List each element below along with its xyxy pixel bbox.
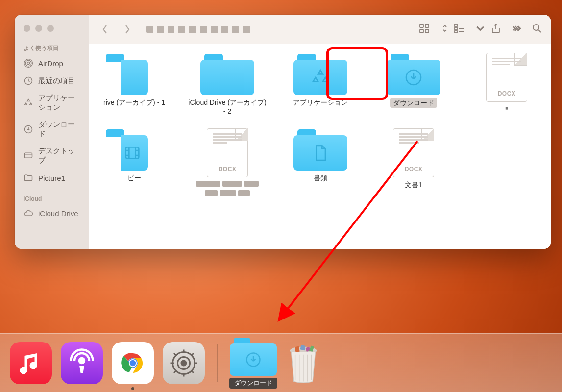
finder-window: よく使う項目 AirDrop 最近の項目 アプリケーション ダウンロード デスク… <box>15 15 551 249</box>
chrome-icon <box>118 348 147 378</box>
grid-item[interactable]: iCloud Drive (アーカイブ) - 2 <box>183 53 271 116</box>
window-title-blurred <box>146 26 254 33</box>
sidebar-item-icloud-drive[interactable]: iCloud Drive <box>15 204 89 222</box>
folder-icon <box>24 173 33 183</box>
cloud-icon <box>24 208 33 218</box>
svg-rect-12 <box>455 31 457 33</box>
grid-item[interactable]: DOCX ■ <box>463 53 551 116</box>
svg-rect-7 <box>425 24 429 27</box>
sidebar-item-desktop[interactable]: デスクトップ <box>15 143 89 169</box>
airdrop-icon <box>24 58 33 68</box>
sidebar-item-label: 最近の項目 <box>38 76 75 86</box>
svg-rect-5 <box>25 153 32 158</box>
grid-item-downloads[interactable]: ダウンロード <box>369 53 458 116</box>
forward-button[interactable] <box>120 22 135 37</box>
grid-item[interactable]: rive (アーカイブ) - 1 <box>90 53 178 116</box>
sidebar-item-label: AirDrop <box>38 59 63 68</box>
item-label: アプリケーション <box>293 98 348 107</box>
sidebar-item-label: iCloud Drive <box>38 209 78 218</box>
dock-app-settings[interactable] <box>163 342 205 384</box>
sidebar-item-label: アプリケーション <box>38 94 80 112</box>
folder-downloads-icon <box>387 53 440 95</box>
item-label: ダウンロード <box>390 98 437 108</box>
svg-point-20 <box>130 360 136 366</box>
dock-app-music[interactable] <box>10 342 52 384</box>
svg-point-17 <box>79 358 84 363</box>
view-icons-button[interactable] <box>418 23 430 36</box>
sidebar-item-label: ダウンロード <box>38 120 80 139</box>
svg-rect-15 <box>126 147 139 159</box>
svg-rect-27 <box>300 344 305 350</box>
grid-item[interactable]: ビー <box>90 128 178 198</box>
podcasts-icon <box>67 348 97 378</box>
share-button[interactable] <box>490 23 502 36</box>
dock-app-podcasts[interactable] <box>61 342 103 384</box>
svg-rect-11 <box>455 27 457 30</box>
toolbar-right-group <box>418 23 543 36</box>
close-dot[interactable] <box>24 25 30 32</box>
sidebar: よく使う項目 AirDrop 最近の項目 アプリケーション ダウンロード デスク… <box>15 15 89 249</box>
download-icon <box>24 124 33 134</box>
sidebar-item-recents[interactable]: 最近の項目 <box>15 72 89 90</box>
docx-file-icon: DOCX <box>207 128 248 177</box>
dock-downloads-label: ダウンロード <box>229 378 277 389</box>
item-label: 書類 <box>314 173 327 182</box>
sidebar-item-airdrop[interactable]: AirDrop <box>15 54 89 72</box>
svg-point-0 <box>27 62 30 65</box>
clock-icon <box>24 76 33 86</box>
grid-item[interactable]: 書類 <box>276 128 365 198</box>
dock-app-chrome[interactable] <box>112 342 154 384</box>
dock-trash[interactable] <box>286 342 320 384</box>
svg-rect-9 <box>425 29 429 33</box>
toolbar <box>89 15 551 44</box>
docx-file-icon: DOCX <box>486 53 527 102</box>
sidebar-item-label: デスクトップ <box>38 147 80 165</box>
trash-icon <box>287 344 319 384</box>
view-updown-icon[interactable] <box>439 23 445 36</box>
more-button[interactable] <box>511 23 522 36</box>
zoom-dot[interactable] <box>47 25 54 32</box>
music-icon <box>16 348 46 378</box>
grid-item[interactable]: DOCX <box>183 128 271 198</box>
folder-downloads-icon <box>230 338 277 376</box>
back-button[interactable] <box>97 22 113 37</box>
folder-icon <box>121 53 148 95</box>
docx-file-icon: DOCX <box>393 128 434 177</box>
dock-downloads-stack[interactable]: ダウンロード <box>229 338 277 389</box>
svg-point-23 <box>181 361 186 366</box>
search-button[interactable] <box>531 23 543 36</box>
svg-rect-6 <box>420 24 423 27</box>
item-label: rive (アーカイブ) - 1 <box>103 98 165 107</box>
dock-separator <box>217 344 218 382</box>
gear-icon <box>169 348 198 378</box>
folder-movies-icon <box>121 128 148 171</box>
chevron-down-icon[interactable] <box>474 23 481 36</box>
grid-item[interactable]: アプリケーション <box>276 53 365 116</box>
window-controls[interactable] <box>15 22 89 35</box>
grid-item[interactable]: DOCX 文書1 <box>369 128 458 198</box>
item-label: ビー <box>127 173 141 182</box>
dock: ダウンロード <box>0 333 562 392</box>
item-label: 文書1 <box>405 180 422 189</box>
svg-rect-8 <box>420 29 423 33</box>
svg-point-1 <box>25 60 31 66</box>
sidebar-header-icloud: iCloud <box>15 187 89 204</box>
item-label: ■ <box>505 105 508 111</box>
sidebar-item-applications[interactable]: アプリケーション <box>15 90 89 116</box>
sidebar-item-downloads[interactable]: ダウンロード <box>15 116 89 143</box>
sidebar-header-favorites: よく使う項目 <box>15 35 89 54</box>
group-button[interactable] <box>454 23 465 36</box>
minimize-dot[interactable] <box>35 25 42 32</box>
folder-documents-icon <box>293 128 347 171</box>
item-label-blurred <box>195 180 260 198</box>
desktop-icon <box>24 151 33 161</box>
main-pane: rive (アーカイブ) - 1 iCloud Drive (アーカイブ) - … <box>89 15 551 249</box>
apps-icon <box>24 98 33 108</box>
item-label: iCloud Drive (アーカイブ) - 2 <box>188 98 267 116</box>
folder-applications-icon <box>293 53 347 95</box>
folder-icon <box>200 53 254 95</box>
svg-rect-10 <box>455 24 457 26</box>
sidebar-item-label: Picture1 <box>38 174 65 182</box>
content-area[interactable]: rive (アーカイブ) - 1 iCloud Drive (アーカイブ) - … <box>89 44 551 249</box>
sidebar-item-picture1[interactable]: Picture1 <box>15 169 89 187</box>
